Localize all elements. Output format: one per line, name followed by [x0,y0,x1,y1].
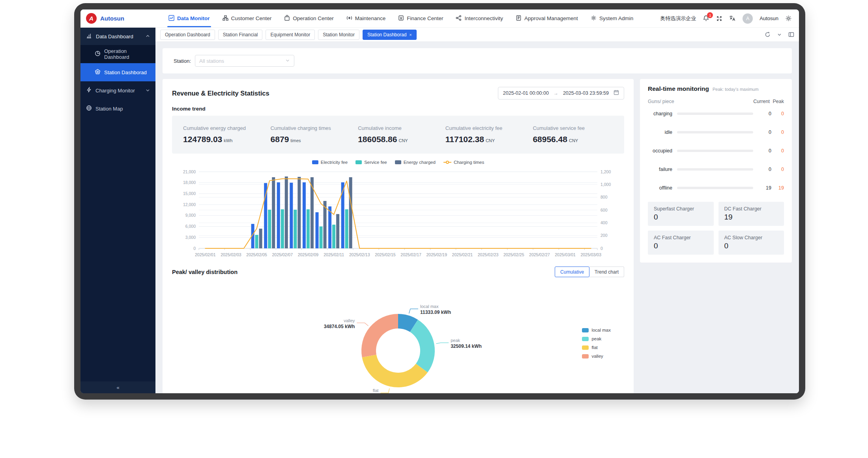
tab-station-financial[interactable]: Station Financial [218,30,263,40]
tab-equipment-monitor[interactable]: Equipment Monitor [266,30,315,40]
card-dc-fast-charger: DC Fast Charger 19 [718,202,784,226]
sidebar: Data Dashboard Operation Dashboard Stati… [80,28,155,393]
nav-data-monitor[interactable]: Data Monitor [163,9,215,27]
svg-text:11333.09 kWh: 11333.09 kWh [420,310,451,315]
donut-legend: local max peak flat valley [582,328,611,359]
legend-service-fee[interactable]: Service fee [355,160,387,165]
monitor-row-offline: offline 19 19 [648,178,784,197]
sidebar-item-operation-dashboard[interactable]: Operation Dashboard [80,45,155,63]
nav-operation-center[interactable]: Operation Center [279,9,339,27]
card-ac-fast-charger: AC Fast Charger 0 [648,231,714,255]
user-avatar[interactable]: A [743,13,753,24]
svg-text:15,000: 15,000 [183,191,196,196]
legend-energy-charged[interactable]: Energy charged [395,160,436,165]
svg-text:0: 0 [600,246,603,251]
svg-text:32509.14 kWh: 32509.14 kWh [451,344,482,349]
svg-text:200: 200 [600,233,608,238]
charger-type-cards: Superfast Charger 0 DC Fast Charger 19 [648,202,784,255]
monitor-row-idle: idle 0 0 [648,123,784,141]
chevron-down-icon[interactable] [777,32,782,37]
main-area: Operation Dashboard Station Financial Eq… [155,28,799,393]
progress-bar [677,187,753,189]
tab-operation-dashboard[interactable]: Operation Dashboard [160,30,215,40]
legend-peak[interactable]: peak [582,336,611,341]
tab-bar: Operation Dashboard Station Financial Eq… [155,28,799,42]
nav-approval-management[interactable]: Approval Management [511,9,583,27]
sidebar-item-station-map[interactable]: Station Map [80,99,155,118]
trend-chart-button[interactable]: Trend chart [589,267,624,277]
svg-text:12,000: 12,000 [183,202,196,207]
tab-station-dashboard[interactable]: Station Dashborad × [363,30,417,40]
signal-icon [346,15,352,22]
tab-station-monitor[interactable]: Station Monitor [318,30,359,40]
svg-text:2025/02/01: 2025/02/01 [195,252,216,257]
date-range-picker[interactable]: 2025-02-01 00:00:00 → 2025-03-03 23:59:5… [498,87,624,99]
svg-text:21,000: 21,000 [183,169,196,174]
svg-text:3,000: 3,000 [185,235,196,240]
stat-service-fee: Cumulative service fee 68956.48CNY [533,125,620,144]
svg-text:2025/02/17: 2025/02/17 [400,252,421,257]
date-end[interactable]: 2025-03-03 23:59:59 [563,90,609,96]
chevron-down-icon [285,57,290,64]
legend-flat[interactable]: flat [582,345,611,350]
svg-text:2025/02/19: 2025/02/19 [426,252,447,257]
income-trend-label: Income trend [172,106,624,112]
revenue-statistics-card: Revenue & Electricity Statistics 2025-02… [163,79,634,393]
approval-icon [516,15,522,22]
nav-finance-center[interactable]: Finance Center [393,9,448,27]
svg-text:2025/02/23: 2025/02/23 [478,252,499,257]
peak-valley-donut-chart: local max11333.09 kWhpeak32509.14 kWhfla… [176,291,620,393]
station-select-placeholder: All stations [199,58,285,64]
svg-text:local max: local max [420,304,439,309]
date-start[interactable]: 2025-02-01 00:00:00 [503,90,549,96]
legend-swatch [312,160,318,164]
monitoring-table-header: Guns/ piece Current Peak [648,99,784,104]
legend-valley[interactable]: valley [582,354,611,359]
translate-icon[interactable] [729,15,736,22]
stat-income: Cumulative income 186058.86CNY [358,125,445,144]
refresh-icon[interactable] [765,32,771,38]
sidebar-item-station-dashboard[interactable]: Station Dashborad [80,63,155,81]
peak-valley-chart-area: local max11333.09 kWhpeak32509.14 kWhfla… [172,291,624,393]
notification-badge: 1 [707,12,713,18]
date-arrow: → [554,90,558,96]
legend-electricity-fee[interactable]: Electricity fee [312,160,348,165]
fullscreen-icon[interactable] [716,15,722,22]
sidebar-group-data-dashboard[interactable]: Data Dashboard [80,28,155,45]
nav-interconnectivity[interactable]: Interconnectivity [451,9,508,27]
org-name: 奥特迅演示企业 [660,15,696,22]
station-filter-card: Station: All stations [163,48,792,73]
cumulative-button[interactable]: Cumulative [555,267,589,277]
stat-charging-times: Cumulative charging times 6879times [271,125,358,144]
nav-customer-center[interactable]: Customer Center [217,9,277,27]
settings-gear-icon[interactable] [785,15,792,22]
tabbar-actions [765,32,794,38]
autosun-logo-icon: A [86,13,97,24]
notification-bell-icon[interactable]: 1 [703,15,709,22]
monitor-row-charging: charging 0 0 [648,104,784,123]
income-chart-legend: Electricity fee Service fee [172,160,624,165]
layout-icon[interactable] [788,32,794,38]
progress-bar [677,131,753,133]
progress-bar [677,113,753,115]
svg-text:2025/03/03: 2025/03/03 [580,252,601,257]
top-nav: Data Monitor Customer Center Operation C… [163,9,638,27]
svg-text:2025/02/05: 2025/02/05 [246,252,267,257]
tab-close-icon[interactable]: × [409,32,412,37]
revenue-title: Revenue & Electricity Statistics [172,90,269,97]
pie-chart-icon [95,51,101,58]
svg-text:peak: peak [451,338,460,343]
legend-local-max[interactable]: local max [582,328,611,332]
legend-charging-times[interactable]: Charging times [443,160,484,165]
topbar-right: 奥特迅演示企业 1 A Autosun [660,9,792,27]
station-select[interactable]: All stations [195,55,294,67]
user-name: Autosun [760,15,778,21]
sidebar-collapse-button[interactable]: « [80,381,155,393]
stat-energy-charged: Cumulative energy charged 124789.03kWh [183,125,271,144]
svg-text:2025/02/07: 2025/02/07 [272,252,293,257]
nav-system-admin[interactable]: System Admin [586,9,638,27]
briefcase-icon [284,15,290,22]
nav-maintenance[interactable]: Maintenance [341,9,391,27]
sidebar-group-charging-monitor[interactable]: Charging Monitor [80,81,155,99]
gear-icon [591,15,597,22]
